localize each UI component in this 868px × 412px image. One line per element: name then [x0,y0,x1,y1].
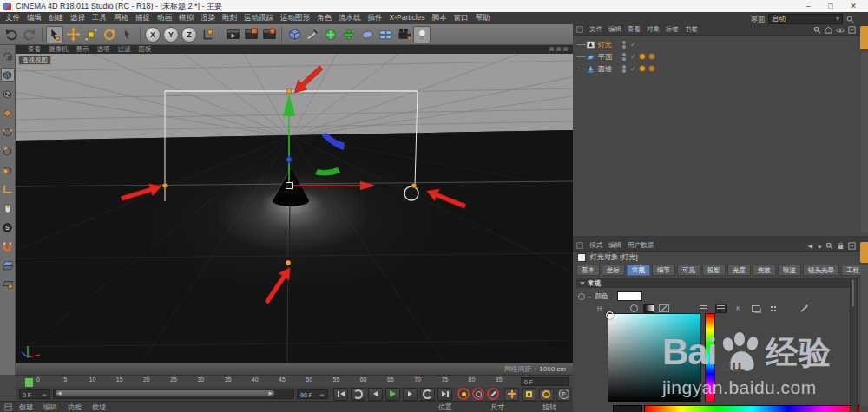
saturation-value-picker[interactable] [608,313,701,402]
handle-right[interactable] [411,183,417,188]
object-manager-menu-item[interactable]: 编辑 [608,25,621,34]
edge-mode-icon[interactable] [1,144,15,158]
object-row-plane[interactable]: 平面 ✓ [573,50,868,62]
spectrum-bar[interactable] [644,405,859,412]
undo-button[interactable] [3,26,20,43]
next-frame-button[interactable] [403,388,418,401]
goto-end-button[interactable] [437,388,452,401]
attribute-tab[interactable]: 投影 [702,265,726,276]
add-cube-object-button[interactable] [286,26,303,43]
previous-frame-button[interactable] [368,388,383,401]
compact-mode-icon[interactable]: H [594,304,605,313]
handle-top[interactable] [286,88,292,94]
menu-item[interactable]: X-Particles [390,13,425,23]
menu-item[interactable]: 插件 [368,13,383,23]
record-position-toggle[interactable] [504,388,519,401]
search-icon[interactable] [846,16,854,23]
menu-item[interactable]: 动画 [157,13,172,23]
title-bar[interactable]: CINEMA 4D R18.011 Studio (RC - R18) - [未… [0,0,868,13]
play-backwards-button[interactable] [351,388,365,401]
minimize-button[interactable]: – [797,0,819,12]
add-layer-icon[interactable] [848,26,856,34]
visibility-dots[interactable] [622,53,626,61]
object-manager-menu-item[interactable]: 查看 [628,25,641,34]
attribute-tab[interactable]: 细节 [652,265,675,276]
object-manager-menu-item[interactable]: 对象 [647,25,660,34]
record-rotation-toggle[interactable] [539,388,554,401]
environment-floor-button[interactable] [358,26,376,43]
menu-item[interactable]: 脚本 [432,13,447,23]
menu-item[interactable]: 捕捉 [135,13,150,23]
lock-z-axis-button[interactable]: Z [181,27,197,43]
attribute-tab[interactable]: 噪波 [778,265,801,276]
attribute-tab[interactable]: 常规 [627,265,650,276]
object-manager-menu-item[interactable]: 标签 [666,25,679,34]
tag-icon[interactable] [648,53,655,60]
color-mixer-icon[interactable] [750,304,761,313]
enable-axis-icon[interactable] [1,182,15,196]
object-row-cone[interactable]: 圆锥 ✓ [573,62,868,75]
rotate-tool[interactable] [101,26,118,43]
spline-pen-tool[interactable] [304,26,321,43]
visibility-dots[interactable] [622,41,626,49]
record-parameter-toggle[interactable]: P [556,388,571,401]
attribute-menu-item[interactable]: 模式 [589,241,602,250]
material-menu-item[interactable]: 编辑 [43,402,57,412]
lock-x-axis-button[interactable]: X [145,27,161,43]
rgb-sliders-icon[interactable] [698,304,709,313]
maximize-button[interactable]: □ [819,0,842,12]
object-name[interactable]: 灯光 [598,40,617,49]
history-back-icon[interactable]: ◀ [808,243,812,250]
tag-icon[interactable] [648,65,655,72]
menu-item[interactable]: 流水线 [339,13,361,23]
side-tab-content-browser[interactable] [860,26,868,49]
menu-item[interactable]: 编辑 [27,13,42,23]
menu-item[interactable]: 创建 [49,13,63,23]
menu-item[interactable]: 运动图形 [280,13,310,23]
redo-button[interactable] [21,26,38,43]
attributes-scrollbar[interactable] [850,278,858,412]
hsv-sliders-icon[interactable] [715,304,727,313]
viewport-canvas[interactable] [16,54,573,363]
autokeying-button[interactable] [472,388,484,400]
deformer-button[interactable] [340,26,358,43]
hue-slider[interactable] [705,313,715,402]
menu-item[interactable]: 运动跟踪 [244,13,273,23]
sv-picker-marker[interactable] [606,311,614,319]
render-settings-button[interactable] [260,26,278,43]
handle-target[interactable] [286,260,291,265]
viewport-solo-icon[interactable] [1,201,15,215]
light-button[interactable] [413,26,431,43]
menu-item[interactable]: 窗口 [454,13,469,23]
kelvin-mode-icon[interactable]: K [733,304,744,313]
object-row-light[interactable]: 灯光 ✓ [573,38,868,50]
attribute-tab[interactable]: 可见 [677,265,700,276]
expand-arrow-icon[interactable]: ▸ [589,293,591,299]
make-editable-icon[interactable] [1,49,15,62]
goto-start-button[interactable] [333,388,348,401]
magnet-snap-icon[interactable] [1,239,15,253]
viewport-menu-item[interactable]: 显示 [76,45,89,54]
search-icon[interactable] [825,242,833,250]
menu-item[interactable]: 工具 [92,13,107,23]
object-manager-menu-item[interactable]: 文件 [589,25,602,34]
attribute-tab[interactable]: 镜头光晕 [803,265,839,276]
home-icon[interactable] [825,26,832,34]
object-manager-menu-item[interactable]: 书签 [685,25,698,34]
color-from-image-icon[interactable] [658,304,669,313]
eyedropper-icon[interactable] [799,304,810,313]
play-button[interactable] [385,388,400,401]
render-view-button[interactable] [224,26,241,43]
new-panel-icon[interactable] [848,242,856,250]
material-menu-item[interactable]: 功能 [68,402,82,412]
keyframe-ring-icon[interactable] [578,293,585,300]
phong-tag-icon[interactable] [639,53,646,60]
layout-dropdown[interactable]: 启动▾ [768,14,843,24]
visibility-dots[interactable] [622,65,626,73]
lock-y-axis-button[interactable]: Y [163,27,179,43]
menu-item[interactable]: 雕刻 [222,13,237,23]
start-frame-field[interactable]: 0 F◂▸ [19,389,50,399]
color-wheel-icon[interactable] [628,304,640,313]
render-to-picture-viewer-button[interactable] [242,26,260,43]
viewport-menu-item[interactable]: 查看 [28,45,41,54]
